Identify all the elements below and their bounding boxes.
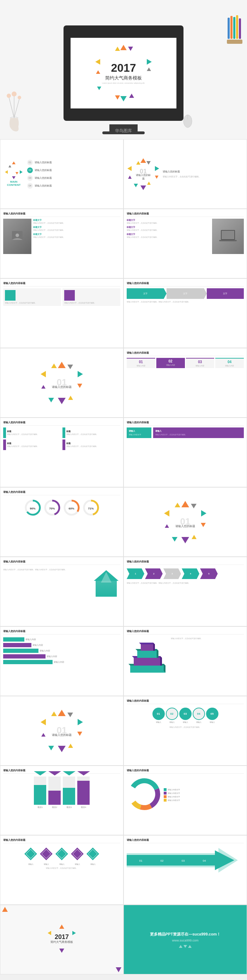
slide-title-3r: 请输入您的内容标题 <box>127 212 244 217</box>
flow-item-1: 文字 <box>127 288 164 299</box>
slide-row-2: MAIN CONTENT 01 请输入您的标题 02 请输入您的标题 03 请输… <box>0 139 247 209</box>
text-item-3r-3: 标题文字 请输入内容文字，点击此处可进行编辑。 <box>127 233 210 239</box>
purple-block: 请输入 请输入内容文字，点击此处可进行编辑。 <box>153 428 244 438</box>
slide-donut-chart: 请输入您的内容标题 请输入内容文字 <box>124 765 247 835</box>
col-item-3: 03 请输入内容 <box>186 358 215 368</box>
slide-title-7l: 请输入您的内容标题 <box>3 490 120 495</box>
slide-final-cover: 2017 简约大气商务模板 <box>0 905 124 974</box>
svg-rect-31 <box>130 666 166 673</box>
chevron-5: 5 <box>200 568 218 579</box>
svg-rect-40 <box>141 644 155 651</box>
slide-title-5r: 请输入您的内容标题 <box>127 351 244 356</box>
slide-title-6r: 请输入您的内容标题 <box>127 421 244 426</box>
slide-content-photo-left: 请输入您的内容标题 标题文字 请输入内容文字，点击此处可进行编辑。 标题文字 <box>0 209 124 278</box>
circle-item-1: 01 请输入 <box>152 708 165 723</box>
slide-stair-bars: 请输入您的内容标题 请输入内容 请输入内容 请输入内容 请输入内容 <box>0 626 124 696</box>
stair-3d-shape <box>127 637 169 681</box>
svg-rect-8 <box>228 18 230 39</box>
agenda-item-2: 02 请输入您的标题 <box>27 167 120 173</box>
svg-marker-36 <box>160 656 162 666</box>
slide-row-10: 01 请输入您的标题 请输入您的内容标题 01 请输入 02 <box>0 696 247 765</box>
hero-title: 简约大气商务模板 <box>102 75 145 81</box>
stair-bar-4: 请输入内容 <box>3 654 120 659</box>
hero-subtitle: Lorem ipsum dolor sit amet, consectetur … <box>102 82 145 84</box>
diamond-2: 请输入 <box>39 847 53 865</box>
footer-website: www.suca999.com <box>172 939 198 942</box>
flow-item-3: 文字 <box>207 288 244 299</box>
circle-item-5: 05 请输入 <box>206 708 218 723</box>
item-text-1: 请输入您的标题 <box>35 161 52 164</box>
slide-5circles: 请输入您的内容标题 01 请输入 02 请输入 03 <box>124 696 247 765</box>
slide-row-11: 请输入您的内容标题 项目1 项目2 <box>0 765 247 835</box>
diamond-4: 请输入 <box>70 847 84 865</box>
slide-row-12: 请输入您的内容标题 请输入 请输入 <box>0 835 247 905</box>
circle-stat-70: 70% <box>43 499 61 518</box>
diamond-1: 请输入 <box>24 847 38 865</box>
svg-rect-18 <box>219 240 237 241</box>
section-body: 请输入您的标题 <box>163 170 243 174</box>
arrow-flow: 文字 文字 文字 <box>127 288 244 299</box>
grid-6l: 标题 请输入内容文字，点击此处可进行编辑。 标题 请输入内容文字，点击此处可进行… <box>3 428 120 450</box>
item-number-4: 04 <box>27 183 33 189</box>
watermark: 华鸟图库 <box>115 128 132 134</box>
slide-row-4: 请输入您的内容标题 请输入内容文字，点击此处可进行编辑。 请输入内容文字，点击此… <box>0 278 247 348</box>
svg-rect-34 <box>134 658 162 666</box>
hero-slide: 2017 简约大气商务模板 Lorem ipsum dolor sit amet… <box>0 0 247 139</box>
stair-3d-text: 请输入内容文字，点击此处可进行编辑。 <box>171 637 244 640</box>
slide-chevron-arrows: 请输入您的内容标题 1 2 3 <box>124 557 247 626</box>
four-col-container: 01 请输入内容 02 请输入内容 03 请输入内容 04 请输入内容 <box>127 358 244 368</box>
final-tri-ring: 2017 简约大气商务模板 <box>48 924 76 953</box>
section-tri-ring: 01 请输入您的标题 <box>127 158 159 190</box>
slide-row-5: 01 请输入您的标题 请输入您的内容标题 01 请输入内容 02 请输入内容 0… <box>0 348 247 418</box>
agenda-item-3: 03 请输入您的标题 <box>27 175 120 181</box>
final-title: 简约大气商务模板 <box>51 940 73 944</box>
svg-text:01: 01 <box>139 859 142 862</box>
svg-rect-17 <box>222 231 234 239</box>
svg-rect-10 <box>233 17 235 39</box>
slide-row-6: 请输入您的内容标题 标题 请输入内容文字，点击此处可进行编辑。 标题 请输入内容… <box>0 418 247 487</box>
main-content-section: MAIN CONTENT <box>3 143 24 205</box>
col-item-2: 02 请输入内容 <box>156 358 185 368</box>
slide-title-4r: 请输入您的内容标题 <box>127 282 244 286</box>
diamond-3: 请输入 <box>55 847 69 865</box>
slide-arrow-house: 请输入您的内容标题 请输入内容文字，点击此处可进行编辑。请输入内容文字，点击此处… <box>0 557 124 626</box>
slide-6l: 请输入您的内容标题 标题 请输入内容文字，点击此处可进行编辑。 标题 请输入内容… <box>0 418 124 487</box>
legend-item-3: 请输入内容文字 <box>164 795 244 798</box>
arrow-house-layout: 请输入内容文字，点击此处可进行编辑。请输入内容文字，点击此处可进行编辑。 <box>3 568 120 605</box>
slide-arrow-items: 请输入您的内容标题 01 02 03 04 <box>124 835 247 905</box>
slide-title-3l: 请输入您的内容标题 <box>3 212 120 217</box>
svg-text:03: 03 <box>182 859 185 862</box>
slide-bucket-bars: 请输入您的内容标题 项目1 项目2 <box>0 765 124 835</box>
stair-bar-3: 请输入内容 <box>3 649 120 653</box>
slide-section-header-5l: 01 请输入您的标题 <box>0 348 124 418</box>
svg-rect-30 <box>96 581 117 597</box>
svg-point-4 <box>12 92 17 97</box>
text-item-2: 标题文字 请输入内容文字，点击此处可进行编辑。 <box>33 226 120 231</box>
big-arrow-layout: 01 02 03 04 <box>127 846 244 876</box>
monitor-container: 2017 简约大气商务模板 Lorem ipsum dolor sit amet… <box>63 25 184 121</box>
col-item-4: 04 请输入内容 <box>215 358 244 368</box>
monitor-frame: 2017 简约大气商务模板 Lorem ipsum dolor sit amet… <box>63 25 184 121</box>
hero-year: 2017 <box>102 62 145 73</box>
agenda-item-4: 04 请输入您的标题 <box>27 183 120 189</box>
svg-point-3 <box>7 94 11 98</box>
agenda-item-1: 01 请输入您的标题 <box>27 160 120 165</box>
circle-stat-71: 71% <box>82 499 100 518</box>
section-big-num: 01 <box>52 377 71 388</box>
footer-triangles <box>179 945 192 948</box>
slide-agenda: MAIN CONTENT 01 请输入您的标题 02 请输入您的标题 03 请输… <box>0 139 124 209</box>
house-shape <box>92 568 120 605</box>
slide-title-11l: 请输入您的内容标题 <box>3 769 120 774</box>
slide-title-10r: 请输入您的内容标题 <box>127 699 244 704</box>
tri-ring-10l: 01 请输入您的标题 <box>41 710 83 752</box>
text-item-3: 标题文字 请输入内容文字，点击此处可进行编辑。 <box>33 233 120 239</box>
slide-row-13: 2017 简约大气商务模板 更多精品PPT资源尽在—suca999.com！ w… <box>0 905 247 974</box>
grid-item-6l-1: 标题 请输入内容文字，点击此处可进行编辑。 <box>3 428 61 438</box>
stair-bar-2: 请输入内容 <box>3 643 120 647</box>
icon-block-1 <box>5 290 16 301</box>
stair-bars: 请输入内容 请输入内容 请输入内容 请输入内容 请输入内容 <box>3 637 120 664</box>
bucket-bars-row: 项目1 项目2 项目3 <box>3 776 120 809</box>
icon-block-2 <box>64 290 75 301</box>
chevron-4: 4 <box>182 568 200 579</box>
circle-item-2: 02 请输入 <box>166 708 178 723</box>
